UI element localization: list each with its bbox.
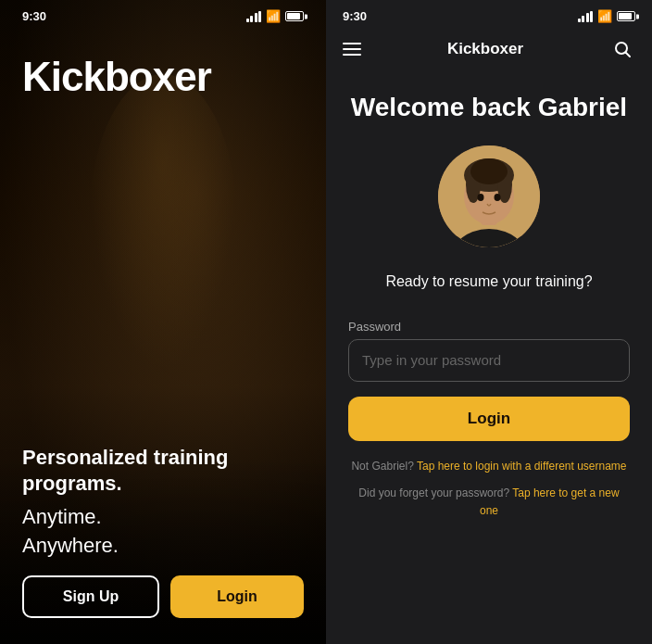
password-input[interactable] bbox=[348, 339, 630, 382]
tagline: Personalized training programs. Anytime.… bbox=[22, 445, 304, 561]
left-login-button[interactable]: Login bbox=[170, 575, 304, 618]
app-logo: Kickboxer bbox=[22, 55, 304, 99]
switch-user-link[interactable]: Tap here to login with a different usern… bbox=[417, 460, 627, 473]
left-time: 9:30 bbox=[22, 9, 46, 23]
password-section: Password Login bbox=[348, 320, 630, 441]
signal-icon bbox=[246, 11, 262, 22]
svg-point-11 bbox=[495, 194, 501, 201]
battery-icon bbox=[285, 11, 304, 21]
signup-button[interactable]: Sign Up bbox=[22, 575, 159, 618]
svg-line-1 bbox=[625, 53, 630, 57]
resume-text: Ready to resume your training? bbox=[385, 273, 592, 290]
wifi-icon: 📶 bbox=[266, 9, 281, 23]
avatar bbox=[438, 145, 540, 247]
right-body: Welcome back Gabriel bbox=[326, 73, 652, 644]
tagline-line3: Anywhere. bbox=[22, 532, 304, 561]
login-button[interactable]: Login bbox=[348, 397, 630, 441]
right-signal-icon bbox=[578, 11, 594, 22]
search-button[interactable] bbox=[609, 36, 635, 62]
right-wifi-icon: 📶 bbox=[597, 9, 612, 23]
right-time: 9:30 bbox=[343, 9, 367, 23]
right-status-bar: 9:30 📶 bbox=[326, 0, 652, 29]
left-panel: 9:30 📶 Kickboxer Personalized training p… bbox=[0, 0, 326, 644]
password-label: Password bbox=[348, 320, 630, 334]
left-status-bar: 9:30 📶 bbox=[22, 0, 304, 29]
forgot-password-text: Did you forget your password? Tap here t… bbox=[348, 485, 630, 520]
not-gabriel-text: Not Gabriel? Tap here to login with a di… bbox=[351, 458, 626, 475]
nav-title: Kickboxer bbox=[447, 40, 523, 58]
right-status-icons: 📶 bbox=[578, 9, 636, 23]
hamburger-menu[interactable] bbox=[343, 43, 361, 56]
left-status-icons: 📶 bbox=[246, 9, 305, 23]
svg-point-10 bbox=[478, 194, 484, 201]
tagline-line2: Anytime. bbox=[22, 503, 304, 532]
left-action-buttons: Sign Up Login bbox=[22, 575, 304, 644]
nav-bar: Kickboxer bbox=[326, 29, 652, 73]
tagline-line1: Personalized training programs. bbox=[22, 445, 304, 496]
svg-point-9 bbox=[470, 158, 508, 184]
right-panel: 9:30 📶 Kickboxer We bbox=[326, 0, 652, 644]
welcome-title: Welcome back Gabriel bbox=[351, 92, 627, 123]
right-battery-icon bbox=[617, 11, 635, 21]
